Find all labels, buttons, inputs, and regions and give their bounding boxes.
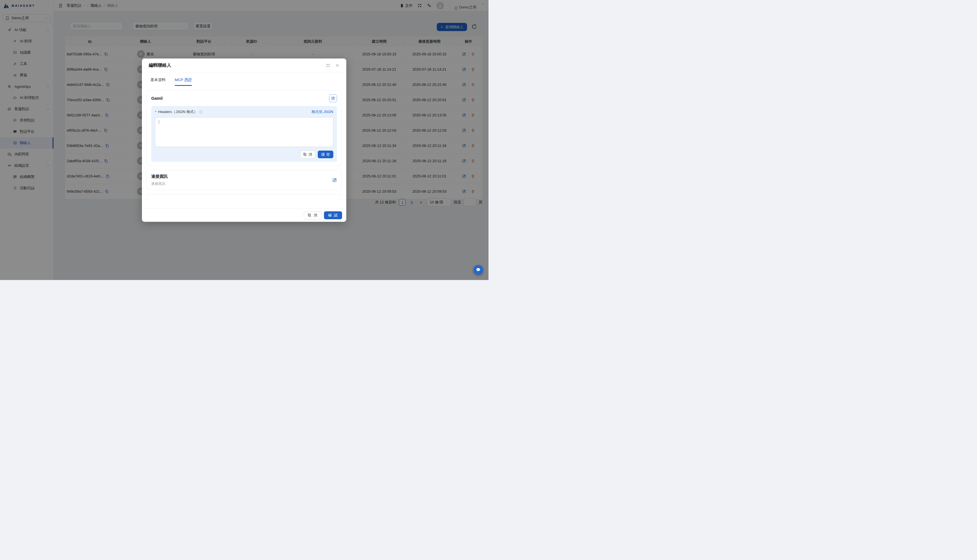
connection-info-subtitle: 連接資訊 — [151, 182, 332, 186]
close-icon[interactable] — [335, 63, 339, 68]
app-root: MAIAGENT Demo之用 AI 功能 AI 助理 知識庫 — [0, 0, 489, 280]
edit-contact-modal: 編輯聯絡人 基本資料 MCP 憑證 Gamil — [142, 58, 346, 222]
modal-confirm-button[interactable]: 確 認 — [324, 211, 342, 219]
chat-bubble-icon — [476, 267, 481, 272]
modal-body: 基本資料 MCP 憑證 Gamil * Headers（JSON 格式） — [142, 72, 346, 199]
edit-icon — [332, 178, 337, 183]
headers-panel: * Headers（JSON 格式） 格式化 JSON 取 消 儲 存 — [151, 106, 337, 162]
connection-info-title: 連接資訊 — [151, 174, 332, 179]
chat-widget-button[interactable] — [474, 265, 483, 275]
expand-icon[interactable] — [326, 63, 330, 68]
modal-title: 編輯聯絡人 — [149, 62, 326, 68]
format-json-link[interactable]: 格式化 JSON — [312, 109, 333, 115]
headers-json-textarea[interactable] — [155, 117, 333, 147]
edit-icon — [331, 97, 335, 100]
headers-label: Headers（JSON 格式） — [158, 109, 197, 115]
modal-header: 編輯聯絡人 — [142, 58, 346, 72]
modal-footer: 取 消 確 認 — [142, 208, 346, 222]
modal-cancel-button[interactable]: 取 消 — [304, 211, 322, 219]
tab-mcp-credentials[interactable]: MCP 憑證 — [175, 77, 192, 86]
required-mark: * — [155, 110, 156, 114]
info-icon — [199, 110, 203, 114]
connection-info-card: 連接資訊 連接資訊 — [147, 170, 342, 190]
edit-connection-button[interactable] — [332, 178, 337, 183]
credential-save-button[interactable]: 儲 存 — [318, 151, 333, 158]
modal-tabs: 基本資料 MCP 憑證 — [147, 77, 342, 86]
credential-cancel-button[interactable]: 取 消 — [300, 151, 316, 158]
mcp-credential-card: Gamil * Headers（JSON 格式） 格式化 JSON — [147, 90, 342, 166]
next-card-partial — [147, 194, 342, 199]
credential-title: Gamil — [151, 96, 329, 101]
edit-credential-button[interactable] — [329, 94, 337, 102]
tab-basic-info[interactable]: 基本資料 — [150, 77, 166, 86]
